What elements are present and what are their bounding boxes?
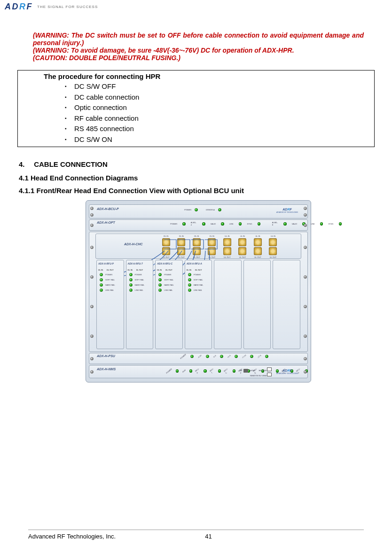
brand-mark: ADRF ADVANCED RF TECHNOLOGIES	[276, 369, 298, 375]
port-label: UL IN	[225, 235, 229, 237]
led-label: LINK FAIL	[135, 289, 143, 291]
rfu-row: ADX-H-RFU-P DL IN DL OUT POWER SOFT FAIL…	[96, 260, 300, 349]
led-label: SOFT FAIL	[164, 279, 173, 281]
page-footer: Advanced RF Technologies, Inc. 41	[28, 530, 364, 540]
port-label: DL OUT	[209, 256, 216, 258]
led-label: HARD FAIL	[194, 284, 204, 286]
led-icon	[218, 369, 221, 373]
port-label: DL OUT	[163, 256, 170, 258]
unit-label: ADX-H-CHC	[124, 242, 143, 246]
led-label: POWER	[165, 367, 172, 374]
footer-page: 41	[205, 533, 212, 540]
port-icon	[208, 247, 216, 255]
unit-nms: ADX-H-NMS POWER ALM RFU-P RFU-7 RFU-C RF…	[89, 365, 308, 378]
led-icon	[176, 369, 179, 373]
port-label: UL OUT	[239, 256, 246, 258]
section-num: 4.	[19, 160, 32, 168]
led-label: SOFT FAIL	[135, 279, 144, 281]
led-icon	[158, 278, 162, 281]
unit-psu: ADX-H-PSU POWER -4.5V -5.8 +5.8 +7.2V -2…	[89, 353, 308, 364]
procedure-item: DC S/W ON	[65, 134, 374, 145]
led-icon	[221, 222, 224, 226]
led-icon	[190, 355, 194, 358]
host-label: HOST	[250, 369, 255, 372]
led-label: POWER	[180, 353, 187, 360]
port-sublabel: DL OUT	[165, 269, 172, 271]
led-label: RFU-C	[223, 367, 230, 375]
warning-2: (WARNING: To avoid damage, be sure -48V(…	[33, 47, 364, 54]
led-label: ALM1-4	[191, 221, 197, 226]
led-icon	[100, 283, 103, 287]
screen-icon	[267, 367, 272, 371]
led-icon	[206, 355, 209, 358]
unit-rfu-empty	[273, 260, 300, 349]
led-icon	[283, 222, 287, 226]
led-label: LINK FAIL	[194, 289, 202, 291]
port-label: DL IN	[194, 235, 199, 237]
unit-chassis: ADX-H-CHC DL INDL OUT DL INDL OUT DL IND…	[89, 232, 308, 352]
port-icon	[162, 238, 170, 246]
unit-rfu-empty	[214, 260, 242, 349]
led-label: POWER	[170, 223, 177, 225]
led-icon	[189, 369, 192, 373]
port-icon	[177, 238, 185, 246]
port-icon	[254, 238, 262, 246]
led-label: VALID	[211, 223, 216, 225]
port-icon	[208, 238, 216, 246]
unit-opt: ADX-H-OPT POWER ALM1-4 VALID LINK SYNC A…	[89, 219, 308, 231]
led-icon	[220, 355, 223, 358]
led-label: ALM5-8	[272, 221, 278, 226]
led-label: HARD FAIL	[135, 284, 145, 286]
procedure-list: DC S/W OFF DC cable connection Optic con…	[65, 81, 374, 145]
led-label: SOFT FAIL	[194, 279, 203, 281]
port-icon	[193, 238, 201, 246]
page-header: ADRF THE SIGNAL FOR SUCCESS	[0, 0, 392, 13]
port-icon	[269, 247, 277, 255]
warning-1: (WARNING: The DC switch must be set to O…	[33, 31, 364, 47]
led-label: -4.5V	[197, 354, 203, 359]
led-label: POWER	[105, 273, 112, 276]
warning-block: (WARNING: The DC switch must be set to O…	[33, 31, 364, 62]
led-label: POWER	[135, 273, 142, 276]
port-label: UL OUT	[254, 256, 261, 258]
port-label: DL IN	[164, 235, 168, 237]
led-label: LINK	[229, 223, 234, 225]
procedure-item: RS 485 connection	[65, 124, 374, 134]
port-icon	[193, 247, 201, 255]
led-icon	[129, 283, 133, 287]
screen-icon	[267, 373, 272, 376]
led-label: VALID	[292, 223, 297, 225]
led-label: -27.8	[257, 354, 262, 359]
unit-rfu-empty	[243, 260, 271, 349]
unit-label: ADX-H-RFU-7	[128, 262, 152, 265]
port-sublabel: DL IN	[187, 269, 191, 271]
led-icon	[233, 369, 235, 373]
brand-mark: ADRF ADVANCED RF TECHNOLOGIES	[276, 208, 298, 213]
led-label: SYNC	[328, 223, 333, 225]
port-sublabel: DL IN	[128, 269, 133, 271]
led-label: +7.2V	[241, 354, 246, 359]
port-label: UL IN	[240, 235, 245, 237]
section-4-1-heading: 4.1 Head End Connection Diagrams	[19, 174, 364, 182]
port-label: UL IN	[255, 235, 260, 237]
led-icon	[258, 222, 261, 226]
adrf-logo: ADRF	[5, 2, 32, 12]
host-port-icon	[243, 369, 248, 373]
led-icon	[204, 369, 206, 373]
procedure-item: DC S/W OFF	[65, 81, 374, 92]
procedure-item: Optic connection	[65, 102, 374, 113]
section-4-heading: 4. CABLE CONNECTION	[19, 160, 364, 168]
heview-label: HE VIEW	[259, 369, 267, 372]
unit-rfu: ADX-H-RFU-A DL IN DL OUT POWER SOFT FAIL…	[185, 260, 212, 349]
led-label: SOFT FAIL	[105, 279, 115, 281]
led-label: LINK FAIL	[105, 289, 114, 291]
section-title: CABLE CONNECTION	[34, 160, 108, 168]
content: (WARNING: The DC switch must be set to O…	[0, 13, 392, 382]
unit-label: ADX-H-RFU-P	[98, 262, 122, 265]
led-icon	[100, 289, 103, 292]
led-label: SYNC	[247, 223, 252, 225]
led-icon	[100, 273, 103, 276]
port-icon	[269, 238, 277, 246]
procedure-item: DC cable connection	[65, 92, 374, 103]
port-label: UL OUT	[270, 256, 277, 258]
